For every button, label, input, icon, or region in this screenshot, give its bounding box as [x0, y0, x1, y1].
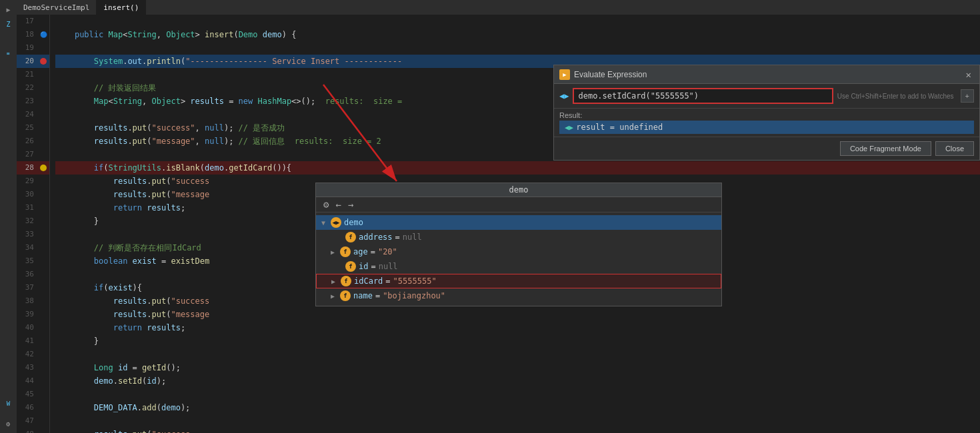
- code-line-48: results.put("success: [55, 428, 980, 433]
- debug-tree: ▼ ◀▶ demo f address = null ▶: [316, 213, 721, 306]
- evaluate-expression-popup: ▶ Evaluate Expression ✕ ◀▶ Use Ctrl+Shif…: [553, 65, 980, 161]
- debug-tree-age[interactable]: ▶ f age = "20": [316, 244, 721, 259]
- eval-close-button[interactable]: ✕: [963, 69, 974, 80]
- code-line-44: demo.setId(id);: [55, 374, 980, 388]
- line-32: 32: [17, 215, 38, 228]
- eval-title-bar: ▶ Evaluate Expression ✕: [554, 65, 979, 84]
- tree-name-field: name: [353, 291, 373, 300]
- sidebar-icon-1[interactable]: ▶: [2, 3, 15, 16]
- tree-idcard-value: "5555555": [393, 276, 437, 286]
- code-line-45: [55, 388, 980, 401]
- tree-icon-idcard: f: [341, 276, 351, 286]
- tree-age-value: "20": [378, 247, 397, 256]
- main-area: DemoServiceImpl insert() 17 18🔵 19 20 21…: [17, 0, 980, 433]
- eval-result-label: Result:: [559, 111, 974, 119]
- code-line-18: public Map<String, Object> insert(Demo d…: [55, 28, 980, 41]
- tree-address-field: address: [359, 232, 393, 242]
- line-33: 33: [17, 228, 38, 241]
- tab-insert[interactable]: insert(): [97, 0, 146, 15]
- line-47: 47: [17, 414, 38, 428]
- eval-input-row: ◀▶ Use Ctrl+Shift+Enter to add to Watche…: [554, 84, 979, 109]
- line-19: 19: [17, 41, 38, 55]
- tree-expand-idcard[interactable]: ▶: [331, 278, 341, 285]
- tree-expand-demo[interactable]: ▼: [321, 219, 331, 226]
- tree-idcard-field: idCard: [354, 276, 383, 286]
- tree-address-value: null: [403, 232, 422, 242]
- line-30: 30: [17, 188, 38, 201]
- line-34: 34: [17, 241, 38, 254]
- tab-bar: DemoServiceImpl insert(): [17, 0, 980, 15]
- tab-demoserviceimpl[interactable]: DemoServiceImpl: [17, 0, 97, 15]
- code-fragment-mode-button[interactable]: Code Fragment Mode: [840, 141, 931, 156]
- tree-name-value: "bojiangzhou": [383, 291, 445, 300]
- line-27: 27: [17, 148, 38, 161]
- tree-expand-age[interactable]: ▶: [331, 248, 340, 256]
- eval-result-area: Result: ◀▶ result = undefined: [554, 109, 979, 137]
- line-46: 46: [17, 401, 38, 414]
- eval-title-text: Evaluate Expression: [574, 70, 963, 79]
- tree-icon-id: f: [345, 261, 356, 272]
- line-22: 22: [17, 81, 38, 95]
- sidebar-icon-2[interactable]: Z: [2, 17, 15, 31]
- line-42: 42: [17, 348, 38, 361]
- debug-tree-demo-root[interactable]: ▼ ◀▶ demo: [316, 215, 721, 230]
- line-28: 28: [17, 161, 38, 175]
- tree-age-field: age: [353, 247, 368, 256]
- breakpoint-20: [40, 58, 47, 65]
- tree-id-value: null: [379, 262, 398, 271]
- left-sidebar: ▶ Z ≡ W ⚙: [0, 0, 17, 433]
- line-numbers: 17 18🔵 19 20 21 22 23 24 25 26 27 28 29: [17, 15, 50, 433]
- line-26: 26: [17, 135, 38, 148]
- close-button[interactable]: Close: [935, 141, 974, 156]
- line-37: 37: [17, 281, 38, 294]
- debug-tb-settings[interactable]: ⚙: [321, 199, 331, 210]
- debug-tree-name[interactable]: ▶ f name = "bojiangzhou": [316, 288, 721, 303]
- line-21: 21: [17, 68, 38, 81]
- code-line-28: if(StringUtils.isBlank(demo.getIdCard())…: [55, 161, 980, 175]
- eval-expression-input[interactable]: [573, 88, 833, 104]
- code-line-43: Long id = getId();: [55, 361, 980, 374]
- tree-expand-name[interactable]: ▶: [331, 292, 340, 300]
- line-23: 23: [17, 95, 38, 108]
- line-25: 25: [17, 121, 38, 135]
- line-18: 18: [17, 28, 38, 41]
- eval-input-icon: ◀▶: [559, 91, 569, 101]
- line-20: 20: [17, 55, 38, 68]
- line-40: 40: [17, 321, 38, 334]
- debug-tree-address[interactable]: f address = null: [316, 230, 721, 244]
- tree-icon-demo: ◀▶: [331, 217, 341, 228]
- code-line-17: [55, 15, 980, 28]
- line-45: 45: [17, 388, 38, 401]
- debug-tb-back[interactable]: ←: [333, 199, 343, 210]
- editor-area: 17 18🔵 19 20 21 22 23 24 25 26 27 28 29: [17, 15, 980, 433]
- tree-demo-label: demo: [344, 218, 363, 227]
- code-line-39: results.put("message: [55, 308, 980, 321]
- line-35: 35: [17, 254, 38, 268]
- tree-icon-name: f: [340, 290, 351, 301]
- debug-variable-popup: demo ⚙ ← → ▼ ◀▶ demo f: [315, 183, 722, 306]
- eval-hint: Use Ctrl+Shift+Enter to add to Watches: [837, 93, 957, 100]
- sidebar-icon-web[interactable]: W: [2, 397, 15, 410]
- eval-title-icon: ▶: [559, 69, 570, 80]
- sidebar-icon-bottom[interactable]: ⚙: [2, 417, 15, 430]
- debug-toolbar: ⚙ ← →: [316, 197, 721, 213]
- eval-result-row: ◀▶ result = undefined: [559, 121, 974, 134]
- eval-buttons: Code Fragment Mode Close: [554, 137, 979, 160]
- code-line-42: [55, 348, 980, 361]
- debug-popup-title: demo: [316, 183, 721, 197]
- tree-expand-address: [336, 234, 345, 241]
- debug-tree-idcard[interactable]: ▶ f idCard = "5555555": [316, 274, 721, 288]
- sidebar-icon-3[interactable]: ≡: [2, 47, 15, 60]
- breakpoint-28: [40, 165, 47, 171]
- eval-add-watch-button[interactable]: +: [961, 89, 974, 103]
- code-content[interactable]: public Map<String, Object> insert(Demo d…: [50, 15, 980, 433]
- code-line-47: [55, 414, 980, 428]
- line-31: 31: [17, 201, 38, 215]
- line-38: 38: [17, 294, 38, 308]
- line-17: 17: [17, 15, 38, 28]
- debug-tree-id[interactable]: f id = null: [316, 259, 721, 274]
- code-line-40: return results;: [55, 321, 980, 334]
- line-39: 39: [17, 308, 38, 321]
- debug-tb-forward[interactable]: →: [346, 199, 355, 210]
- eval-result-value: result = undefined: [576, 123, 663, 132]
